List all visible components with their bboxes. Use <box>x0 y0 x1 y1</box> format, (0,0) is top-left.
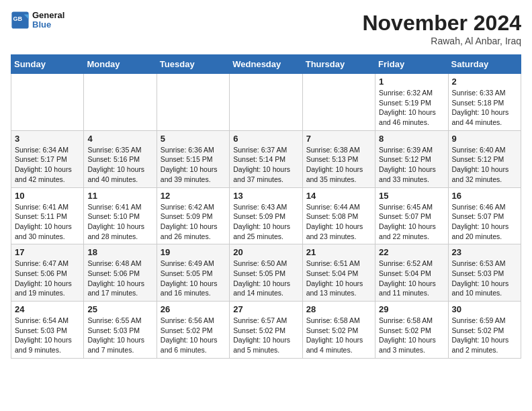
calendar-cell: 16Sunrise: 6:46 AMSunset: 5:07 PMDayligh… <box>448 187 521 244</box>
day-info: Sunrise: 6:39 AMSunset: 5:12 PMDaylight:… <box>379 145 444 185</box>
calendar-cell <box>84 74 157 131</box>
calendar-cell: 23Sunrise: 6:53 AMSunset: 5:03 PMDayligh… <box>448 244 521 302</box>
calendar-cell: 24Sunrise: 6:54 AMSunset: 5:03 PMDayligh… <box>11 302 84 359</box>
day-number: 22 <box>379 247 444 257</box>
svg-text:GB: GB <box>13 16 23 23</box>
day-info: Sunrise: 6:34 AMSunset: 5:17 PMDaylight:… <box>15 145 80 185</box>
day-number: 12 <box>161 191 226 201</box>
calendar-week-2: 3Sunrise: 6:34 AMSunset: 5:17 PMDaylight… <box>11 130 521 187</box>
day-number: 8 <box>379 134 444 144</box>
logo-blue: Blue <box>32 20 64 30</box>
day-number: 11 <box>87 191 152 201</box>
day-number: 16 <box>452 191 517 201</box>
day-number: 21 <box>306 247 371 257</box>
day-info: Sunrise: 6:40 AMSunset: 5:12 PMDaylight:… <box>452 145 517 185</box>
day-number: 24 <box>15 304 80 314</box>
calendar-cell: 30Sunrise: 6:59 AMSunset: 5:02 PMDayligh… <box>448 302 521 359</box>
logo: GB General Blue <box>11 11 64 30</box>
calendar-cell: 29Sunrise: 6:58 AMSunset: 5:02 PMDayligh… <box>375 302 448 359</box>
day-info: Sunrise: 6:58 AMSunset: 5:02 PMDaylight:… <box>379 316 444 355</box>
day-info: Sunrise: 6:42 AMSunset: 5:09 PMDaylight:… <box>161 202 226 242</box>
calendar-cell: 9Sunrise: 6:40 AMSunset: 5:12 PMDaylight… <box>448 130 521 187</box>
day-info: Sunrise: 6:48 AMSunset: 5:06 PMDaylight:… <box>87 259 152 298</box>
calendar-cell: 7Sunrise: 6:38 AMSunset: 5:13 PMDaylight… <box>302 130 375 187</box>
calendar-week-5: 24Sunrise: 6:54 AMSunset: 5:03 PMDayligh… <box>11 302 521 359</box>
calendar-cell <box>11 74 84 131</box>
day-info: Sunrise: 6:36 AMSunset: 5:15 PMDaylight:… <box>161 145 226 185</box>
calendar-cell <box>157 74 229 131</box>
day-info: Sunrise: 6:33 AMSunset: 5:18 PMDaylight:… <box>452 88 517 128</box>
calendar-cell <box>230 74 302 131</box>
header: GB General Blue November 2024 Rawah, Al … <box>11 11 521 46</box>
calendar-week-1: 1Sunrise: 6:32 AMSunset: 5:19 PMDaylight… <box>11 74 521 131</box>
day-info: Sunrise: 6:52 AMSunset: 5:04 PMDaylight:… <box>379 259 444 298</box>
calendar: SundayMondayTuesdayWednesdayThursdayFrid… <box>11 54 521 359</box>
day-number: 27 <box>233 304 298 314</box>
day-info: Sunrise: 6:35 AMSunset: 5:16 PMDaylight:… <box>87 145 152 185</box>
calendar-cell: 13Sunrise: 6:43 AMSunset: 5:09 PMDayligh… <box>230 187 302 244</box>
day-number: 17 <box>15 247 80 257</box>
day-number: 23 <box>452 247 517 257</box>
calendar-cell: 28Sunrise: 6:58 AMSunset: 5:02 PMDayligh… <box>302 302 375 359</box>
day-info: Sunrise: 6:45 AMSunset: 5:07 PMDaylight:… <box>379 202 444 242</box>
day-info: Sunrise: 6:51 AMSunset: 5:04 PMDaylight:… <box>306 259 371 298</box>
calendar-header-row: SundayMondayTuesdayWednesdayThursdayFrid… <box>11 55 521 74</box>
calendar-cell: 1Sunrise: 6:32 AMSunset: 5:19 PMDaylight… <box>375 74 448 131</box>
calendar-cell: 22Sunrise: 6:52 AMSunset: 5:04 PMDayligh… <box>375 244 448 302</box>
day-number: 2 <box>452 77 517 87</box>
day-number: 18 <box>87 247 152 257</box>
day-number: 7 <box>306 134 371 144</box>
logo-icon: GB <box>11 11 30 30</box>
day-info: Sunrise: 6:41 AMSunset: 5:11 PMDaylight:… <box>15 202 80 242</box>
day-number: 15 <box>379 191 444 201</box>
day-info: Sunrise: 6:57 AMSunset: 5:02 PMDaylight:… <box>233 316 298 355</box>
calendar-cell: 5Sunrise: 6:36 AMSunset: 5:15 PMDaylight… <box>157 130 229 187</box>
calendar-cell: 3Sunrise: 6:34 AMSunset: 5:17 PMDaylight… <box>11 130 84 187</box>
day-number: 26 <box>161 304 226 314</box>
day-info: Sunrise: 6:44 AMSunset: 5:08 PMDaylight:… <box>306 202 371 242</box>
day-info: Sunrise: 6:54 AMSunset: 5:03 PMDaylight:… <box>15 316 80 355</box>
column-header-tuesday: Tuesday <box>157 55 229 74</box>
day-number: 6 <box>233 134 298 144</box>
calendar-cell: 12Sunrise: 6:42 AMSunset: 5:09 PMDayligh… <box>157 187 229 244</box>
day-info: Sunrise: 6:32 AMSunset: 5:19 PMDaylight:… <box>379 88 444 128</box>
calendar-week-4: 17Sunrise: 6:47 AMSunset: 5:06 PMDayligh… <box>11 244 521 302</box>
title-area: November 2024 Rawah, Al Anbar, Iraq <box>362 11 521 46</box>
location: Rawah, Al Anbar, Iraq <box>362 36 521 46</box>
day-info: Sunrise: 6:49 AMSunset: 5:05 PMDaylight:… <box>161 259 226 298</box>
day-number: 10 <box>15 191 80 201</box>
day-info: Sunrise: 6:43 AMSunset: 5:09 PMDaylight:… <box>233 202 298 242</box>
calendar-cell: 25Sunrise: 6:55 AMSunset: 5:03 PMDayligh… <box>84 302 157 359</box>
calendar-cell: 14Sunrise: 6:44 AMSunset: 5:08 PMDayligh… <box>302 187 375 244</box>
day-number: 25 <box>87 304 152 314</box>
day-info: Sunrise: 6:37 AMSunset: 5:14 PMDaylight:… <box>233 145 298 185</box>
day-info: Sunrise: 6:46 AMSunset: 5:07 PMDaylight:… <box>452 202 517 242</box>
day-number: 4 <box>87 134 152 144</box>
month-title: November 2024 <box>362 11 521 36</box>
day-number: 13 <box>233 191 298 201</box>
calendar-cell: 15Sunrise: 6:45 AMSunset: 5:07 PMDayligh… <box>375 187 448 244</box>
column-header-saturday: Saturday <box>448 55 521 74</box>
day-number: 14 <box>306 191 371 201</box>
calendar-cell: 20Sunrise: 6:50 AMSunset: 5:05 PMDayligh… <box>230 244 302 302</box>
day-number: 3 <box>15 134 80 144</box>
day-info: Sunrise: 6:38 AMSunset: 5:13 PMDaylight:… <box>306 145 371 185</box>
day-info: Sunrise: 6:58 AMSunset: 5:02 PMDaylight:… <box>306 316 371 355</box>
calendar-cell: 21Sunrise: 6:51 AMSunset: 5:04 PMDayligh… <box>302 244 375 302</box>
column-header-thursday: Thursday <box>302 55 375 74</box>
day-number: 5 <box>161 134 226 144</box>
column-header-friday: Friday <box>375 55 448 74</box>
column-header-wednesday: Wednesday <box>230 55 302 74</box>
day-info: Sunrise: 6:47 AMSunset: 5:06 PMDaylight:… <box>15 259 80 298</box>
calendar-cell: 26Sunrise: 6:56 AMSunset: 5:02 PMDayligh… <box>157 302 229 359</box>
day-number: 30 <box>452 304 517 314</box>
day-info: Sunrise: 6:41 AMSunset: 5:10 PMDaylight:… <box>87 202 152 242</box>
calendar-cell: 2Sunrise: 6:33 AMSunset: 5:18 PMDaylight… <box>448 74 521 131</box>
column-header-monday: Monday <box>84 55 157 74</box>
day-info: Sunrise: 6:53 AMSunset: 5:03 PMDaylight:… <box>452 259 517 298</box>
day-number: 19 <box>161 247 226 257</box>
calendar-cell: 10Sunrise: 6:41 AMSunset: 5:11 PMDayligh… <box>11 187 84 244</box>
logo-general: General <box>32 10 64 20</box>
calendar-week-3: 10Sunrise: 6:41 AMSunset: 5:11 PMDayligh… <box>11 187 521 244</box>
day-info: Sunrise: 6:50 AMSunset: 5:05 PMDaylight:… <box>233 259 298 298</box>
